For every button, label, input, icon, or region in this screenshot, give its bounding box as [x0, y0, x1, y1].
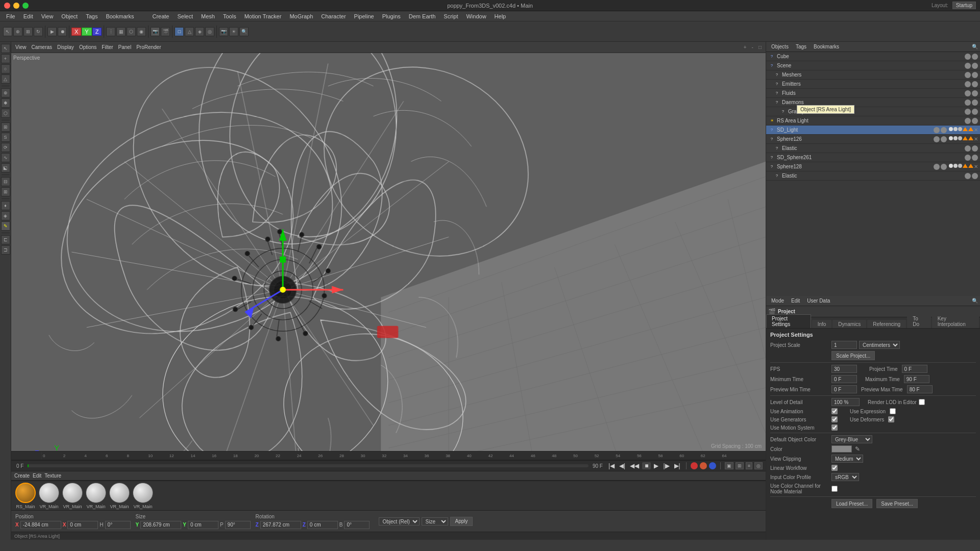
obj-render-elastic-1[interactable] — [972, 145, 978, 152]
props-check-motion[interactable] — [831, 424, 838, 431]
obj-s128-dot-3[interactable] — [958, 164, 962, 168]
obj-render-sdsphere261[interactable] — [972, 155, 978, 161]
menu-pipeline[interactable]: Pipeline — [350, 11, 378, 21]
obj-vis-sphere128[interactable] — [934, 164, 940, 170]
obj-row-meshers[interactable]: ? Meshers — [766, 70, 980, 80]
obj-menu-bookmarks[interactable]: Bookmarks — [811, 44, 842, 49]
timeline-edit[interactable]: Edit — [33, 473, 41, 479]
mat-ball-2[interactable] — [62, 483, 83, 503]
axis-y-btn[interactable]: Y — [82, 28, 91, 36]
obj-s128-tri-1[interactable] — [963, 164, 968, 168]
obj-render-gravity[interactable] — [972, 109, 978, 115]
coord-size-dropdown[interactable]: Size Scale — [422, 517, 448, 525]
tab-key-interp[interactable]: Key Interpolation — [932, 314, 979, 328]
viewport-extra-btn-1[interactable]: + — [742, 44, 749, 50]
tool-obj-mode[interactable]: □ — [175, 27, 184, 36]
left-tool-7[interactable]: ⬡ — [1, 109, 10, 118]
props-check-generators[interactable] — [831, 416, 838, 422]
menu-tools[interactable]: Tools — [219, 11, 240, 21]
menu-help[interactable]: Help — [491, 11, 510, 21]
material-item-1[interactable]: VR_Main — [39, 483, 59, 509]
prev-frame-btn[interactable]: ◀| — [618, 462, 627, 469]
obj-s126-tri-1[interactable] — [963, 136, 968, 140]
obj-vis-sdsphere261[interactable] — [965, 155, 971, 161]
obj-row-rslight[interactable]: ☀ RS Area Light Object [RS Area Light] — [766, 116, 980, 126]
vp-tab-filter[interactable]: Filter — [100, 44, 115, 50]
props-check-renderlod[interactable] — [919, 399, 925, 405]
props-check-nodemat[interactable] — [831, 486, 838, 492]
left-tool-3[interactable]: ○ — [1, 64, 10, 73]
tool-light[interactable]: ☀ — [229, 27, 238, 36]
mat-ball-1[interactable] — [39, 483, 59, 503]
obj-render-sphere128[interactable] — [941, 164, 947, 170]
left-tool-16[interactable]: ◈ — [1, 211, 10, 220]
props-color-edit-icon[interactable]: ✎ — [855, 445, 860, 453]
obj-vis-elastic-2[interactable] — [965, 173, 971, 179]
record-btn[interactable] — [691, 462, 698, 469]
menu-edit[interactable]: Edit — [19, 11, 37, 21]
timeline-scrubber[interactable] — [28, 464, 589, 467]
timeline-mode-3[interactable]: ≡ — [746, 462, 752, 469]
obj-s126-tri-2[interactable] — [968, 136, 973, 140]
pos-y-input[interactable] — [140, 521, 181, 529]
obj-render-cube[interactable] — [972, 54, 978, 60]
vp-tab-prorender[interactable]: ProRender — [134, 44, 163, 50]
left-tool-10[interactable]: ⟳ — [1, 143, 10, 152]
obj-row-gravity[interactable]: ? Gravity — [766, 107, 980, 116]
obj-s128-tri-2[interactable] — [968, 164, 973, 168]
pos-x-input[interactable] — [20, 521, 61, 529]
obj-vis-meshers[interactable] — [965, 72, 971, 78]
timeline-create[interactable]: Create — [14, 473, 30, 479]
tool-search[interactable]: 🔍 — [239, 27, 249, 36]
object-type-dropdown[interactable]: Object (Rel) World — [379, 517, 420, 525]
size-y-input[interactable] — [188, 521, 218, 529]
menu-tags[interactable]: Tags — [82, 11, 102, 21]
obj-vis-cube[interactable] — [965, 54, 971, 60]
axis-z-btn[interactable]: Z — [92, 28, 102, 36]
obj-render-meshers[interactable] — [972, 72, 978, 78]
obj-render-emitters[interactable] — [972, 81, 978, 87]
props-check-deformers[interactable] — [888, 416, 894, 422]
tool-render-region[interactable]: 🎬 — [161, 27, 170, 36]
obj-row-fluids[interactable]: ? Fluids — [766, 89, 980, 98]
menu-window[interactable]: Window — [462, 11, 490, 21]
tool-render[interactable]: 📷 — [151, 27, 160, 36]
vp-tab-panel[interactable]: Panel — [116, 44, 134, 50]
obj-s126-cross[interactable]: ✕ — [974, 136, 978, 142]
tool-anim[interactable]: ◎ — [205, 27, 214, 36]
obj-menu-tags[interactable]: Tags — [793, 44, 810, 49]
left-tool-8[interactable]: ⊞ — [1, 122, 10, 132]
menu-view[interactable]: View — [37, 11, 58, 21]
obj-tag-tri-2[interactable] — [968, 127, 973, 131]
tab-referencing[interactable]: Referencing — [867, 320, 906, 328]
obj-s126-dot-2[interactable] — [953, 136, 958, 140]
props-input-projtime[interactable] — [902, 365, 927, 373]
obj-render-sdlight[interactable] — [941, 127, 947, 133]
play-reverse-btn[interactable]: ◀◀ — [628, 462, 641, 469]
props-dropdown-colorprofile[interactable]: sRGB Linear — [831, 473, 859, 481]
vp-tab-options[interactable]: Options — [77, 44, 99, 50]
save-preset-button[interactable]: Save Preset... — [876, 499, 918, 508]
play-btn[interactable]: ▶ — [652, 462, 660, 469]
obj-menu-objects[interactable]: Objects — [768, 44, 792, 49]
menu-dem-earth[interactable]: Dem Earth — [405, 11, 440, 21]
menu-mesh[interactable]: Mesh — [197, 11, 219, 21]
left-tool-17[interactable]: ✎ — [1, 221, 10, 231]
props-input-lod[interactable] — [831, 398, 860, 406]
vp-tab-cameras[interactable]: Cameras — [30, 44, 55, 50]
mat-ball-3[interactable] — [86, 483, 106, 503]
pos-z-input[interactable] — [260, 521, 301, 529]
obj-vis-sdlight[interactable] — [934, 127, 940, 133]
props-edit[interactable]: Edit — [788, 298, 803, 304]
material-item-5[interactable]: VR_Main — [133, 483, 153, 509]
tool-grid[interactable]: ▦ — [116, 27, 126, 36]
obj-row-scene[interactable]: ? Scene — [766, 61, 980, 70]
vp-tab-display[interactable]: Display — [55, 44, 76, 50]
menu-character[interactable]: Character — [317, 11, 350, 21]
viewport-extra-btn-3[interactable]: □ — [756, 44, 764, 50]
mat-ball-5[interactable] — [133, 483, 153, 503]
tool-record[interactable]: ⏺ — [58, 27, 67, 36]
left-tool-4[interactable]: △ — [1, 74, 10, 84]
props-check-expression[interactable] — [890, 408, 896, 414]
viewport[interactable]: Perspective — [11, 53, 766, 451]
